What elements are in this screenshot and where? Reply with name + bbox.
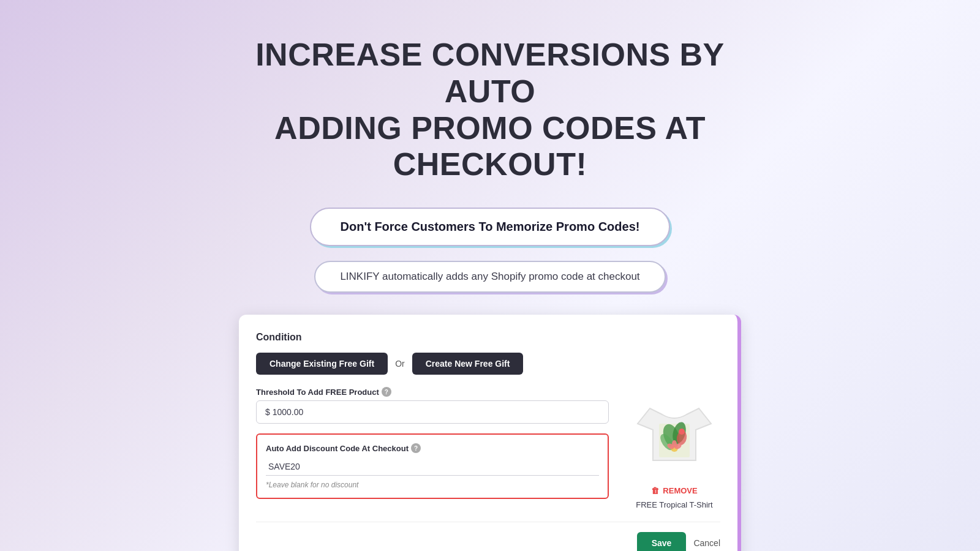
svg-point-5 [679,429,685,435]
discount-code-input[interactable] [266,458,599,476]
threshold-input[interactable] [256,400,609,424]
button-group: Change Existing Free Gift Or Create New … [256,353,720,375]
cancel-button[interactable]: Cancel [693,538,720,548]
discount-hint: *Leave blank for no discount [266,481,599,489]
or-separator: Or [395,359,405,369]
product-name: FREE Tropical T-Shirt [636,500,712,509]
condition-section: Condition Change Existing Free Gift Or C… [256,332,720,375]
remove-button[interactable]: 🗑 REMOVE [651,486,697,495]
threshold-help-icon: ? [382,387,391,397]
main-card: Condition Change Existing Free Gift Or C… [239,315,741,551]
discount-field-label: Auto Add Discount Code At Checkout ? [266,443,599,453]
discount-section: Auto Add Discount Code At Checkout ? *Le… [256,433,609,499]
tshirt-svg [631,390,717,476]
product-image-container [628,387,720,479]
create-new-button[interactable]: Create New Free Gift [412,353,524,375]
pill-primary: Don't Force Customers To Memorize Promo … [310,208,671,246]
form-layout: Threshold To Add FREE Product ? Auto Add… [256,387,720,509]
form-right: 🗑 REMOVE FREE Tropical T-Shirt [628,387,720,509]
change-existing-button[interactable]: Change Existing Free Gift [256,353,388,375]
discount-help-icon: ? [411,443,421,453]
save-button[interactable]: Save [637,532,687,551]
condition-label: Condition [256,332,720,343]
card-footer: Save Cancel [256,522,720,551]
headline: INCREASE CONVERSIONS BY AUTO ADDING PROM… [214,37,766,208]
threshold-field-label: Threshold To Add FREE Product ? [256,387,609,397]
form-left: Threshold To Add FREE Product ? Auto Add… [256,387,609,499]
pill-secondary: LINKIFY automatically adds any Shopify p… [314,261,665,293]
trash-icon: 🗑 [651,486,659,495]
